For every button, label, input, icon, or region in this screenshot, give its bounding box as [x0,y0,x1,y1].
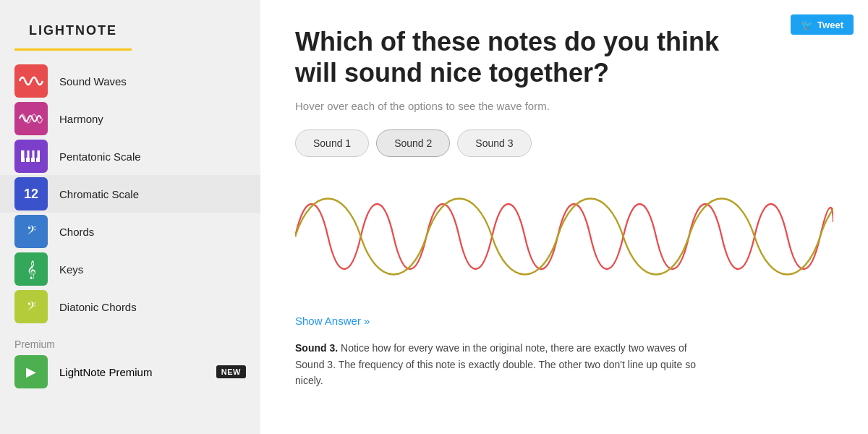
page-title: Which of these notes do you think will s… [295,26,729,88]
sidebar-label-keys: Keys [59,263,83,276]
svg-rect-0 [21,150,25,162]
sidebar-label-sound-waves: Sound Waves [59,75,127,88]
logo[interactable]: LIGHTNOTE [14,10,132,51]
tweet-label: Tweet [817,20,843,30]
sidebar-item-diatonic-chords[interactable]: 𝄢 Diatonic Chords [0,288,260,326]
sidebar-item-chromatic-scale[interactable]: 12 Chromatic Scale [0,175,260,213]
page-subtitle: Hover over each of the options to see th… [295,100,833,112]
twitter-icon: 🐦 [801,19,813,30]
pentatonic-scale-icon [14,140,48,173]
sidebar-label-chords: Chords [59,226,94,238]
svg-rect-4 [25,150,27,158]
svg-text:12: 12 [24,187,38,201]
sound-button-2[interactable]: Sound 2 [376,129,450,157]
sidebar-nav: Sound Waves Harmony [0,56,260,326]
main-content: 🐦 Tweet Which of these notes do you thin… [260,0,868,434]
answer-body: Notice how for every wave in the origina… [295,342,696,386]
tweet-button[interactable]: 🐦 Tweet [791,14,854,35]
wave-svg [295,171,833,302]
sound-waves-icon [14,64,48,98]
sidebar-item-pentatonic-scale[interactable]: Pentatonic Scale [0,137,260,175]
chords-icon: 𝄢 [14,215,48,248]
diatonic-chords-icon: 𝄢 [14,290,48,323]
sidebar-item-sound-waves[interactable]: Sound Waves [0,62,260,100]
svg-rect-6 [35,150,38,158]
premium-play-icon: ▶ [14,355,48,388]
sidebar-item-harmony[interactable]: Harmony [0,100,260,137]
sidebar-label-harmony: Harmony [59,113,103,125]
svg-text:𝄞: 𝄞 [27,260,36,279]
premium-item[interactable]: ▶ LightNote Premium NEW [14,353,246,391]
sidebar-label-pentatonic-scale: Pentatonic Scale [59,150,141,163]
show-answer-link[interactable]: Show Answer » [295,315,370,327]
chromatic-scale-icon: 12 [14,177,48,210]
answer-bold: Sound 3. [295,342,338,354]
sound-button-1[interactable]: Sound 1 [295,129,369,157]
premium-section: Premium ▶ LightNote Premium NEW [0,326,260,396]
sidebar-item-keys[interactable]: 𝄞 Keys [0,250,260,288]
premium-label: Premium [14,339,246,350]
sidebar: LIGHTNOTE Sound Waves Harmony [0,0,260,434]
wave-visualization [295,171,833,302]
sidebar-label-diatonic-chords: Diatonic Chords [59,301,137,313]
sound-button-3[interactable]: Sound 3 [457,129,531,157]
sidebar-item-chords[interactable]: 𝄢 Chords [0,213,260,250]
harmony-icon [14,102,48,135]
sound-buttons-group: Sound 1 Sound 2 Sound 3 [295,129,833,157]
play-icon: ▶ [26,364,36,380]
svg-rect-5 [30,150,33,158]
answer-text: Sound 3. Notice how for every wave in th… [295,340,700,388]
svg-text:𝄢: 𝄢 [27,224,36,239]
premium-item-label: LightNote Premium [59,366,216,378]
new-badge: NEW [216,365,246,378]
keys-icon: 𝄞 [14,252,48,286]
svg-text:𝄢: 𝄢 [27,299,36,315]
sidebar-label-chromatic-scale: Chromatic Scale [59,188,139,200]
